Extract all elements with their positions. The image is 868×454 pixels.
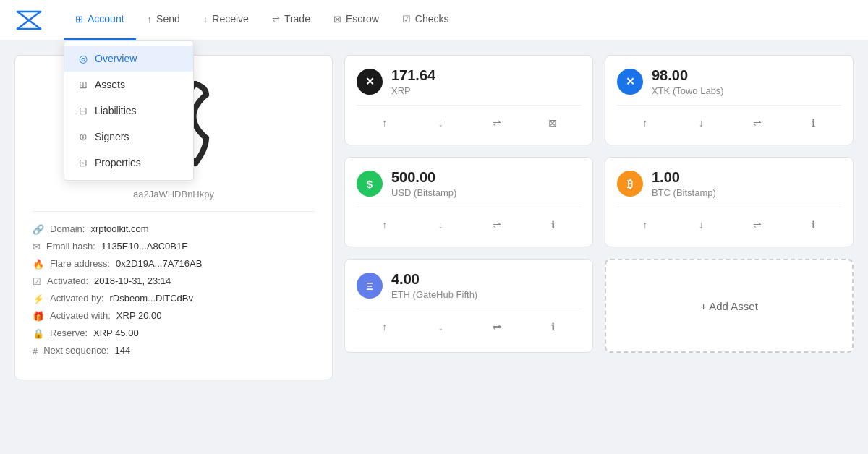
xtk-amount: 98.00 bbox=[652, 67, 724, 84]
account-dropdown: ◎ Overview ⊞ Assets ⊟ Liabilities ⊕ Sign… bbox=[64, 40, 194, 181]
flare-icon: 🔥 bbox=[33, 259, 44, 270]
header: ⊞ Account ◎ Overview ⊞ Assets ⊟ Liabilit… bbox=[0, 0, 868, 40]
dropdown-signers-label: Signers bbox=[95, 131, 129, 142]
xtk-info: 98.00 XTK (Towo Labs) bbox=[652, 67, 724, 96]
nav-account-label: Account bbox=[88, 13, 124, 25]
dropdown-liabilities-label: Liabilities bbox=[95, 105, 137, 116]
asset-header-xrp: ✕ 171.64 XRP bbox=[357, 67, 581, 96]
app-logo bbox=[14, 6, 55, 35]
xrp-escrow-btn[interactable]: ⊠ bbox=[525, 113, 582, 133]
nav-escrow[interactable]: ⊠ Escrow bbox=[322, 0, 391, 40]
btc-icon: ₿ bbox=[617, 171, 643, 197]
asset-header-eth: Ξ 4.00 ETH (GateHub Fifth) bbox=[357, 271, 581, 300]
signers-icon: ⊕ bbox=[79, 131, 88, 142]
account-nav-icon: ⊞ bbox=[75, 14, 83, 25]
xrp-actions: ↑ ↓ ⇌ ⊠ bbox=[357, 105, 581, 133]
xrp-receive-btn[interactable]: ↓ bbox=[413, 113, 469, 133]
dropdown-properties[interactable]: ⊡ Properties bbox=[64, 150, 193, 176]
btc-info-btn[interactable]: ℹ bbox=[786, 215, 842, 235]
svg-line-2 bbox=[17, 12, 29, 20]
asset-header-usd: $ 500.00 USD (Bitstamp) bbox=[357, 169, 581, 198]
nav-checks-label: Checks bbox=[415, 13, 449, 25]
info-activated-by: ⚡ Activated by: rDsbeom...DiTCdBv bbox=[33, 293, 315, 304]
reserve-icon: 🔒 bbox=[33, 328, 44, 339]
nav-account-wrapper: ⊞ Account ◎ Overview ⊞ Assets ⊟ Liabilit… bbox=[64, 0, 136, 40]
info-activated-with: 🎁 Activated with: XRP 20.00 bbox=[33, 310, 315, 322]
xtk-name: XTK (Towo Labs) bbox=[652, 85, 724, 96]
domain-icon: 🔗 bbox=[33, 224, 44, 235]
nav-escrow-label: Escrow bbox=[346, 13, 379, 25]
asset-card-xrp: ✕ 171.64 XRP ↑ ↓ ⇌ ⊠ bbox=[344, 55, 593, 145]
nav-receive-label: Receive bbox=[212, 13, 249, 25]
add-asset-card[interactable]: + Add Asset bbox=[605, 259, 854, 353]
usd-send-btn[interactable]: ↑ bbox=[357, 215, 413, 235]
overview-icon: ◎ bbox=[79, 53, 88, 64]
nav-send[interactable]: ↑ Send bbox=[136, 0, 192, 40]
nav-trade-label: Trade bbox=[284, 13, 310, 25]
xtk-trade-btn[interactable]: ⇌ bbox=[729, 113, 786, 133]
xrp-name: XRP bbox=[391, 85, 435, 96]
nav-receive[interactable]: ↓ Receive bbox=[192, 0, 260, 40]
send-nav-icon: ↑ bbox=[148, 14, 153, 25]
dropdown-properties-label: Properties bbox=[95, 157, 141, 168]
eth-actions: ↑ ↓ ⇌ ℹ bbox=[357, 309, 581, 337]
liabilities-icon: ⊟ bbox=[79, 105, 88, 116]
xrp-trade-btn[interactable]: ⇌ bbox=[469, 113, 525, 133]
asset-card-btc: ₿ 1.00 BTC (Bitstamp) ↑ ↓ ⇌ ℹ bbox=[605, 157, 854, 247]
usd-name: USD (Bitstamp) bbox=[391, 187, 456, 198]
email-icon: ✉ bbox=[33, 241, 41, 252]
eth-send-btn[interactable]: ↑ bbox=[357, 317, 413, 337]
account-info: 🔗 Domain: xrptoolkit.com ✉ Email hash: 1… bbox=[33, 211, 315, 356]
usd-trade-btn[interactable]: ⇌ bbox=[469, 215, 525, 235]
eth-info-btn[interactable]: ℹ bbox=[525, 317, 582, 337]
sequence-icon: # bbox=[33, 346, 38, 356]
btc-trade-btn[interactable]: ⇌ bbox=[729, 215, 786, 235]
nav-send-label: Send bbox=[156, 13, 180, 25]
xtk-icon: ✕ bbox=[617, 69, 643, 95]
info-next-sequence: # Next sequence: 144 bbox=[33, 345, 315, 356]
receive-nav-icon: ↓ bbox=[203, 14, 208, 25]
asset-card-eth: Ξ 4.00 ETH (GateHub Fifth) ↑ ↓ ⇌ ℹ bbox=[344, 259, 593, 353]
nav-trade[interactable]: ⇌ Trade bbox=[260, 0, 322, 40]
xrp-send-btn[interactable]: ↑ bbox=[357, 113, 413, 133]
add-asset-label: + Add Asset bbox=[700, 300, 758, 312]
eth-amount: 4.00 bbox=[391, 271, 477, 288]
nav-account[interactable]: ⊞ Account bbox=[64, 0, 136, 40]
dropdown-assets-label: Assets bbox=[95, 79, 125, 90]
xtk-send-btn[interactable]: ↑ bbox=[617, 113, 673, 133]
svg-line-4 bbox=[17, 20, 29, 29]
assets-icon: ⊞ bbox=[79, 79, 88, 90]
eth-receive-btn[interactable]: ↓ bbox=[413, 317, 469, 337]
btc-send-btn[interactable]: ↑ bbox=[617, 215, 673, 235]
xtk-info-btn[interactable]: ℹ bbox=[786, 113, 842, 133]
dropdown-overview[interactable]: ◎ Overview bbox=[64, 46, 193, 72]
info-reserve: 🔒 Reserve: XRP 45.00 bbox=[33, 327, 315, 339]
info-domain: 🔗 Domain: xrptoolkit.com bbox=[33, 223, 315, 235]
assets-grid: ✕ 171.64 XRP ↑ ↓ ⇌ ⊠ ✕ bbox=[344, 55, 854, 353]
xtk-receive-btn[interactable]: ↓ bbox=[673, 113, 730, 133]
info-email-hash: ✉ Email hash: 1135E10...A8C0B1F bbox=[33, 241, 315, 252]
nav-checks[interactable]: ☑ Checks bbox=[391, 0, 461, 40]
asset-card-usd: $ 500.00 USD (Bitstamp) ↑ ↓ ⇌ ℹ bbox=[344, 157, 593, 247]
activated-by-icon: ⚡ bbox=[33, 294, 44, 304]
eth-info: 4.00 ETH (GateHub Fifth) bbox=[391, 271, 477, 300]
xrp-icon: ✕ bbox=[357, 69, 383, 95]
btc-receive-btn[interactable]: ↓ bbox=[673, 215, 730, 235]
usd-receive-btn[interactable]: ↓ bbox=[413, 215, 469, 235]
btc-info: 1.00 BTC (Bitstamp) bbox=[652, 169, 716, 198]
info-flare-address: 🔥 Flare address: 0x2D19A...7A716AB bbox=[33, 258, 315, 270]
usd-info: 500.00 USD (Bitstamp) bbox=[391, 169, 456, 198]
activated-icon: ☑ bbox=[33, 276, 41, 287]
usd-actions: ↑ ↓ ⇌ ℹ bbox=[357, 207, 581, 235]
dropdown-assets[interactable]: ⊞ Assets bbox=[64, 72, 193, 98]
assets-section: ✕ 171.64 XRP ↑ ↓ ⇌ ⊠ ✕ bbox=[344, 55, 854, 380]
eth-icon: Ξ bbox=[357, 273, 383, 299]
usd-icon: $ bbox=[357, 171, 383, 197]
svg-line-3 bbox=[29, 12, 41, 20]
dropdown-overview-label: Overview bbox=[95, 53, 137, 64]
eth-trade-btn[interactable]: ⇌ bbox=[469, 317, 525, 337]
dropdown-liabilities[interactable]: ⊟ Liabilities bbox=[64, 98, 193, 124]
dropdown-signers[interactable]: ⊕ Signers bbox=[64, 124, 193, 150]
usd-info-btn[interactable]: ℹ bbox=[525, 215, 582, 235]
asset-card-xtk: ✕ 98.00 XTK (Towo Labs) ↑ ↓ ⇌ ℹ bbox=[605, 55, 854, 145]
